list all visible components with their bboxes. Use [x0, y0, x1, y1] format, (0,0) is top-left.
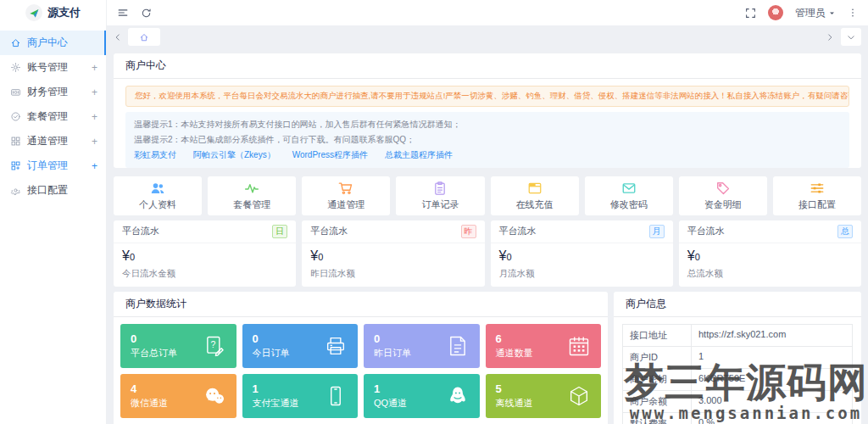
merchant-stats-title: 商户数据统计	[114, 292, 608, 317]
chevron-down-icon	[828, 9, 836, 17]
stat-card-month: 平台流水 月 ¥0 月流水额	[491, 220, 673, 287]
qa-api-config[interactable]: 接口配置	[773, 176, 861, 215]
qa-personal-profile[interactable]: 个人资料	[114, 176, 202, 215]
package-icon	[10, 111, 21, 122]
main-area: 管理员	[107, 0, 868, 424]
cart-icon	[338, 181, 353, 196]
link-caihong[interactable]: 彩虹易支付	[134, 148, 176, 163]
phone-icon	[324, 384, 348, 408]
stat-badge-total: 总	[837, 225, 853, 238]
merchant-center-panel: 商户中心 您好，欢迎使用本系统，平台每日会对交易流水大的商户进行抽查,请不要用于…	[114, 53, 861, 168]
qa-order-records[interactable]: 订单记录	[396, 176, 484, 215]
tile-qq-channels[interactable]: 1QQ通道	[364, 374, 480, 418]
printer-icon	[324, 334, 348, 358]
link-wordpress[interactable]: WordPress程序插件	[292, 148, 368, 163]
sidebar-item-channel[interactable]: 通道管理 +	[0, 129, 106, 153]
tips-box: 温馨提示1：本站支持对接所有易支付接口的网站，加入售后群有任何紧急情况群通知； …	[125, 112, 849, 168]
help-doc-icon: ?	[203, 334, 226, 358]
link-zongcai[interactable]: 总裁主题程序插件	[385, 148, 453, 163]
plugin-links: 彩虹易支付 阿帕云引擎（Zkeys） WordPress程序插件 总裁主题程序插…	[134, 148, 841, 163]
sidebar-item-api-config[interactable]: 接口配置	[0, 178, 106, 203]
paper-plane-logo-icon	[25, 4, 42, 21]
qa-package-manage[interactable]: 套餐管理	[208, 176, 296, 215]
info-label: 商户ID	[623, 347, 692, 368]
stat-badge-month: 月	[649, 225, 665, 238]
tile-yesterday-orders[interactable]: 0昨日订单	[364, 324, 480, 368]
tab-scroll-right-icon[interactable]	[826, 33, 834, 42]
expand-plus-icon[interactable]: +	[92, 63, 97, 73]
sidebar-item-account[interactable]: 账号管理 +	[0, 55, 106, 80]
sidebar-item-label: 接口配置	[27, 183, 68, 198]
sidebar-item-orders[interactable]: 订单管理 +	[0, 153, 106, 178]
sliders-icon	[810, 181, 825, 196]
table-row: 默认费率 0 %	[623, 413, 852, 424]
tab-scroll-left-icon[interactable]	[114, 33, 122, 42]
info-label: 接口地址	[623, 325, 692, 346]
tile-platform-total-orders[interactable]: 0平台总订单 ?	[120, 324, 236, 368]
mail-icon	[621, 181, 637, 196]
qq-icon	[446, 384, 470, 408]
tab-bar	[107, 25, 868, 48]
sidebar-item-label: 商户中心	[27, 36, 68, 50]
channel-grid-icon	[10, 136, 21, 147]
merchant-info-table: 接口地址 https://zf.sky021.com 商户ID 1 商户密钥 6…	[622, 324, 853, 424]
stat-card-yesterday: 平台流水 昨 ¥0 昨日流水额	[302, 220, 484, 287]
api-config-icon	[10, 185, 21, 196]
qa-online-recharge[interactable]: 在线充值	[491, 176, 579, 215]
tab-bar-controls	[826, 28, 861, 46]
sidebar-item-merchant-center[interactable]: 商户中心	[0, 31, 106, 55]
stat-title: 平台流水	[499, 225, 537, 237]
tab-list-dropdown-icon[interactable]	[841, 28, 861, 46]
tile-wechat-channels[interactable]: 4微信通道	[120, 374, 236, 418]
svg-text:?: ?	[210, 338, 215, 349]
expand-plus-icon[interactable]: +	[92, 161, 97, 171]
sidebar-item-label: 通道管理	[27, 134, 68, 148]
account-gear-icon	[10, 62, 21, 73]
info-value: https://zf.sky021.com	[692, 325, 852, 346]
info-label: 商户余额	[623, 391, 692, 412]
finance-icon	[10, 86, 21, 98]
stat-title: 平台流水	[687, 225, 725, 237]
collapse-sidebar-icon[interactable]	[117, 7, 129, 19]
app-window: 源支付 商户中心 账号管理 + 财务管理 +	[0, 0, 868, 424]
sidebar-item-label: 订单管理	[27, 159, 68, 173]
tile-offline-channels[interactable]: 5离线通道	[486, 374, 602, 418]
merchant-info-title: 商户信息	[614, 292, 861, 317]
sidebar-menu: 商户中心 账号管理 + 财务管理 + 套餐管理	[0, 25, 106, 203]
fullscreen-icon[interactable]	[745, 8, 756, 19]
tile-channel-count[interactable]: 6通道数量	[486, 324, 602, 368]
stat-value: ¥0	[679, 243, 861, 265]
tile-alipay-channels[interactable]: 1支付宝通道	[242, 374, 359, 418]
info-value: 6KCRT59E	[692, 369, 852, 390]
cube-icon	[567, 384, 591, 408]
info-value: 3.000	[692, 391, 852, 412]
user-menu[interactable]: 管理员	[795, 6, 836, 20]
refresh-icon[interactable]	[141, 8, 152, 19]
stat-badge-day: 日	[272, 225, 287, 238]
qa-change-password[interactable]: 修改密码	[585, 176, 673, 215]
qa-fund-details[interactable]: 资金明细	[679, 176, 767, 215]
merchant-info-panel: 商户信息 接口地址 https://zf.sky021.com 商户ID 1 商…	[614, 292, 861, 424]
sidebar-item-label: 账号管理	[27, 60, 68, 75]
window-icon	[527, 181, 542, 196]
expand-plus-icon[interactable]: +	[92, 137, 97, 147]
link-apayun[interactable]: 阿帕云引擎（Zkeys）	[193, 148, 275, 163]
users-icon	[150, 181, 165, 196]
tile-today-orders[interactable]: 0今日订单	[242, 324, 359, 368]
expand-plus-icon[interactable]: +	[92, 87, 97, 98]
tab-home[interactable]	[128, 28, 160, 46]
stat-footer: 昨日流水额	[302, 265, 484, 287]
qa-channel-manage[interactable]: 通道管理	[302, 176, 390, 215]
expand-plus-icon[interactable]: +	[92, 112, 97, 122]
logo[interactable]: 源支付	[0, 0, 106, 25]
sidebar-item-finance[interactable]: 财务管理 +	[0, 80, 106, 104]
sidebar: 源支付 商户中心 账号管理 + 财务管理 +	[0, 0, 107, 424]
table-row: 接口地址 https://zf.sky021.com	[623, 325, 852, 347]
info-label: 默认费率	[623, 413, 692, 424]
home-icon	[10, 37, 21, 48]
order-grid-icon	[10, 160, 21, 171]
avatar[interactable]	[768, 5, 783, 20]
tip-line: 温馨提示2：本站已集成部分系统插件，可自行下载。有问题联系客服QQ；	[134, 132, 841, 148]
sidebar-item-package[interactable]: 套餐管理 +	[0, 104, 106, 129]
kebab-menu-icon[interactable]	[848, 8, 858, 18]
